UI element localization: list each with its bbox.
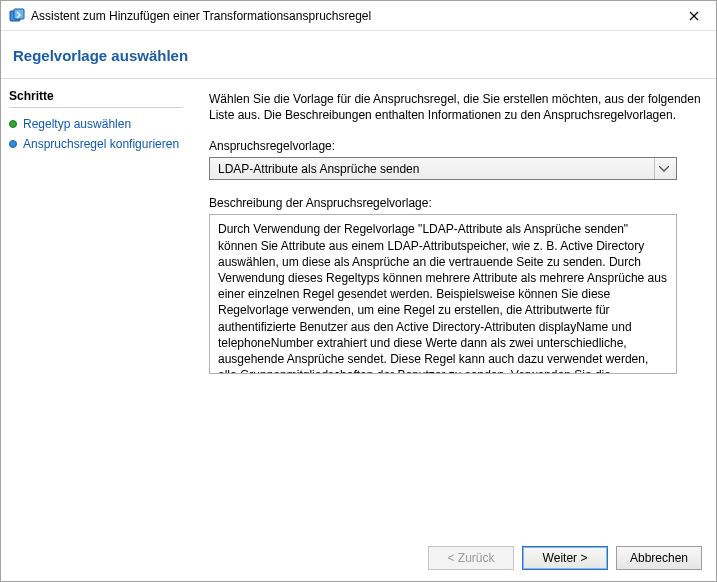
page-title: Regelvorlage auswählen — [13, 47, 700, 64]
step-label: Anspruchsregel konfigurieren — [23, 137, 179, 151]
window-title: Assistent zum Hinzufügen einer Transform… — [31, 9, 671, 23]
chevron-down-icon — [654, 158, 672, 179]
steps-heading: Schritte — [9, 89, 183, 108]
step-anspruchsregel[interactable]: Anspruchsregel konfigurieren — [9, 134, 183, 154]
wizard-window: Assistent zum Hinzufügen einer Transform… — [0, 0, 717, 582]
steps-sidebar: Schritte Regeltyp auswählen Anspruchsreg… — [1, 79, 191, 535]
back-button: < Zurück — [428, 546, 514, 570]
close-icon — [689, 11, 699, 21]
bullet-icon — [9, 120, 17, 128]
bullet-icon — [9, 140, 17, 148]
wizard-footer: < Zurück Weiter > Abbrechen — [1, 535, 716, 581]
intro-text: Wählen Sie die Vorlage für die Anspruchs… — [209, 91, 702, 123]
wizard-body: Schritte Regeltyp auswählen Anspruchsreg… — [1, 79, 716, 535]
next-button[interactable]: Weiter > — [522, 546, 608, 570]
app-icon — [9, 8, 25, 24]
template-description: Durch Verwendung der Regelvorlage "LDAP-… — [209, 214, 677, 374]
step-regeltyp[interactable]: Regeltyp auswählen — [9, 114, 183, 134]
main-panel: Wählen Sie die Vorlage für die Anspruchs… — [191, 79, 716, 535]
claim-rule-template-select[interactable]: LDAP-Attribute als Ansprüche senden — [209, 157, 677, 180]
close-button[interactable] — [671, 1, 716, 31]
selected-template: LDAP-Attribute als Ansprüche senden — [218, 162, 654, 176]
wizard-header: Regelvorlage auswählen — [1, 31, 716, 79]
description-label: Beschreibung der Anspruchsregelvorlage: — [209, 196, 702, 210]
step-label: Regeltyp auswählen — [23, 117, 131, 131]
cancel-button[interactable]: Abbrechen — [616, 546, 702, 570]
template-label: Anspruchsregelvorlage: — [209, 139, 702, 153]
titlebar: Assistent zum Hinzufügen einer Transform… — [1, 1, 716, 31]
